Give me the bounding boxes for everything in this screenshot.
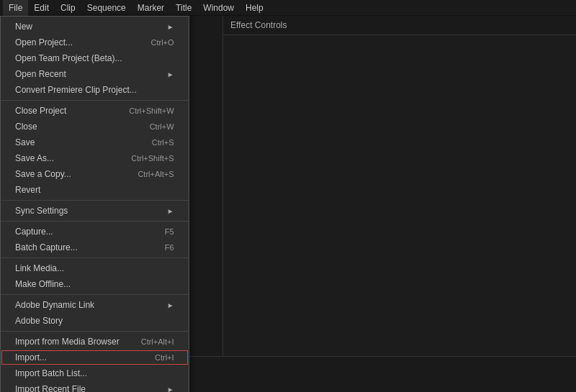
menu-item-save-as[interactable]: Save As... Ctrl+Shift+S <box>1 150 189 166</box>
menu-item-batch-capture[interactable]: Batch Capture... F6 <box>1 240 189 255</box>
menu-item-open-team[interactable]: Open Team Project (Beta)... <box>1 50 189 66</box>
separator-4 <box>1 257 189 258</box>
menu-clip[interactable]: Clip <box>55 0 81 16</box>
menu-sequence[interactable]: Sequence <box>81 0 132 16</box>
right-panel: Effect Controls <box>223 16 576 392</box>
separator-1 <box>1 100 189 101</box>
menu-help[interactable]: Help <box>240 0 269 16</box>
menu-item-save[interactable]: Save Ctrl+S <box>1 135 189 150</box>
submenu-arrow-new: ► <box>167 23 174 31</box>
file-dropdown-menu: New ► Open Project... Ctrl+O Open Team P… <box>0 16 189 392</box>
separator-3 <box>1 221 189 222</box>
effect-controls-content <box>223 35 576 392</box>
submenu-arrow-dynamic: ► <box>167 301 174 309</box>
menu-title[interactable]: Title <box>170 0 197 16</box>
submenu-arrow-recent: ► <box>167 70 174 78</box>
submenu-arrow-sync: ► <box>167 207 174 215</box>
menu-item-make-offline[interactable]: Make Offline... <box>1 276 189 292</box>
effect-controls-header: Effect Controls <box>223 16 576 35</box>
menu-item-sync-settings[interactable]: Sync Settings ► <box>1 203 189 219</box>
menu-item-adobe-story[interactable]: Adobe Story <box>1 313 189 329</box>
menu-item-import[interactable]: Import... Ctrl+I <box>1 350 189 365</box>
menu-window[interactable]: Window <box>197 0 240 16</box>
menu-item-open-project[interactable]: Open Project... Ctrl+O <box>1 35 189 50</box>
submenu-arrow-import-recent: ► <box>167 386 174 393</box>
menu-item-close[interactable]: Close Ctrl+W <box>1 119 189 135</box>
menu-item-import-batch-list[interactable]: Import Batch List... <box>1 365 189 381</box>
menu-item-link-media[interactable]: Link Media... <box>1 260 189 276</box>
menu-marker[interactable]: Marker <box>132 0 170 16</box>
menu-item-convert[interactable]: Convert Premiere Clip Project... <box>1 82 189 98</box>
menu-item-close-project[interactable]: Close Project Ctrl+Shift+W <box>1 103 189 119</box>
menu-bar: File Edit Clip Sequence Marker Title Win… <box>0 0 576 16</box>
menu-item-import-from-media[interactable]: Import from Media Browser Ctrl+Alt+I <box>1 334 189 350</box>
menu-item-import-recent-file[interactable]: Import Recent File ► <box>1 381 189 392</box>
separator-2 <box>1 200 189 201</box>
separator-5 <box>1 294 189 295</box>
menu-item-adobe-dynamic-link[interactable]: Adobe Dynamic Link ► <box>1 297 189 313</box>
menu-edit[interactable]: Edit <box>28 0 55 16</box>
menu-file[interactable]: File <box>3 0 28 16</box>
effect-controls-label: Effect Controls <box>230 20 287 30</box>
menu-item-open-recent[interactable]: Open Recent ► <box>1 66 189 82</box>
separator-6 <box>1 331 189 332</box>
menu-item-capture[interactable]: Capture... F5 <box>1 224 189 240</box>
menu-item-save-copy[interactable]: Save a Copy... Ctrl+Alt+S <box>1 166 189 182</box>
menu-item-revert[interactable]: Revert <box>1 182 189 198</box>
menu-item-new[interactable]: New ► <box>1 19 189 35</box>
